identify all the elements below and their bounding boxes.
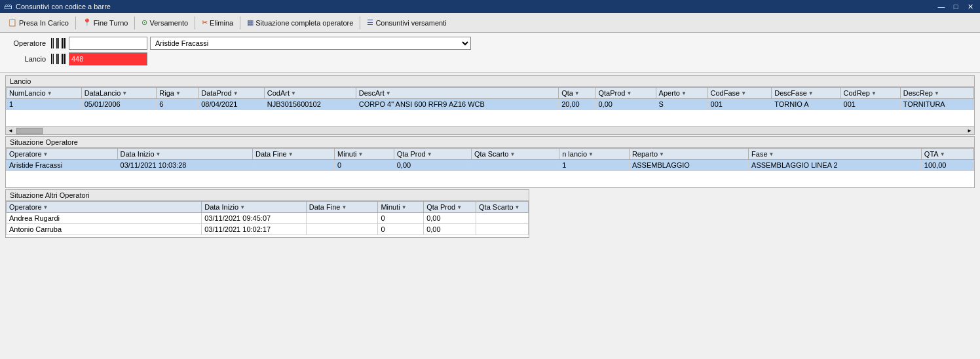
altri-operatori-section: Situazione Altri Operatori Operatore▼ Da… [5, 189, 529, 238]
scroll-thumb[interactable] [16, 128, 43, 134]
separator-1 [75, 16, 76, 29]
scroll-right-arrow[interactable]: ► [965, 128, 974, 134]
list-icon: ☰ [367, 18, 373, 27]
situazione-grid-wrap[interactable]: Operatore▼ Data Inizio▼ Data Fine▼ Minut… [6, 148, 974, 187]
scroll-left-arrow[interactable]: ◄ [6, 128, 15, 134]
lancio-input[interactable] [69, 52, 147, 66]
altri-grid: Operatore▼ Data Inizio▼ Data Fine▼ Minut… [6, 201, 529, 235]
close-button[interactable]: ✕ [964, 3, 976, 11]
toolbar: 📋 Presa In Carico 📍 Fine Turno ⊙ Versame… [0, 13, 980, 33]
title-bar: 🗃 Consuntivi con codice a barre — □ ✕ [0, 0, 980, 13]
clipboard-icon: 📋 [8, 18, 17, 27]
s-col-reparto[interactable]: Reparto▼ [629, 149, 748, 160]
coin-icon: ⊙ [141, 18, 147, 27]
s-col-fase[interactable]: Fase▼ [749, 149, 922, 160]
situazione-header-row: Operatore▼ Data Inizio▼ Data Fine▼ Minut… [7, 149, 974, 160]
lancio-label: Lancio [7, 55, 46, 63]
title-bar-controls: — □ ✕ [935, 3, 976, 11]
consuntivi-versamenti-button[interactable]: ☰ Consuntivi versamenti [363, 17, 450, 28]
situazione-completa-label: Situazione completa operatore [255, 19, 353, 27]
window-title: Consuntivi con codice a barre [16, 3, 111, 10]
presa-in-carico-button[interactable]: 📋 Presa In Carico [4, 17, 73, 28]
operatore-barcode-icon [51, 38, 66, 48]
col-dataprod[interactable]: DataProd▼ [198, 88, 265, 99]
situazione-grid: Operatore▼ Data Inizio▼ Data Fine▼ Minut… [6, 148, 974, 171]
col-descfase[interactable]: DescFase▼ [772, 88, 840, 99]
situazione-completa-button[interactable]: ▦ Situazione completa operatore [243, 17, 357, 28]
table-row[interactable]: Andrea Rugardi03/11/2021 09:45:0700,00 [7, 213, 529, 224]
altri-grid-wrap[interactable]: Operatore▼ Data Inizio▼ Data Fine▼ Minut… [6, 201, 529, 237]
minimize-button[interactable]: — [935, 3, 947, 11]
s-col-data-inizio[interactable]: Data Inizio▼ [117, 149, 252, 160]
form-area: Operatore Aristide Fracassi Andrea Rugar… [0, 33, 980, 73]
col-descrep[interactable]: DescRep▼ [900, 88, 973, 99]
a-col-minuti[interactable]: Minuti▼ [378, 202, 424, 213]
separator-4 [240, 16, 240, 29]
operatore-row: Operatore Aristide Fracassi Andrea Rugar… [7, 37, 973, 50]
lancio-section-title: Lancio [6, 76, 974, 87]
presa-in-carico-label: Presa In Carico [19, 19, 69, 27]
elimina-label: Elimina [210, 19, 233, 27]
a-col-qtascarto[interactable]: Qta Scarto▼ [476, 202, 529, 213]
operatore-input[interactable] [69, 37, 147, 50]
lancio-grid: NumLancio▼ DataLancio▼ Riga▼ DataProd▼ C… [6, 87, 974, 110]
s-col-qtascarto[interactable]: Qta Scarto▼ [471, 149, 559, 160]
lancio-barcode-icon [51, 54, 66, 64]
s-col-nlancio[interactable]: n lancio▼ [559, 149, 630, 160]
table-icon: ▦ [247, 18, 254, 27]
s-col-operatore[interactable]: Operatore▼ [7, 149, 118, 160]
col-qtaprod[interactable]: QtaProd▼ [595, 88, 656, 99]
title-bar-left: 🗃 Consuntivi con codice a barre [4, 2, 111, 11]
col-riga[interactable]: Riga▼ [157, 88, 198, 99]
altri-section-title: Situazione Altri Operatori [6, 190, 529, 201]
a-col-operatore[interactable]: Operatore▼ [7, 202, 202, 213]
s-col-data-fine[interactable]: Data Fine▼ [252, 149, 334, 160]
col-aperto[interactable]: Aperto▼ [656, 88, 707, 99]
col-codfase[interactable]: CodFase▼ [707, 88, 772, 99]
table-row[interactable]: Antonio Carruba03/11/2021 10:02:1700,00 [7, 224, 529, 235]
s-col-qta[interactable]: QTA▼ [921, 149, 973, 160]
clock-icon: 📍 [83, 18, 92, 27]
app-icon: 🗃 [4, 2, 12, 11]
a-col-data-fine[interactable]: Data Fine▼ [306, 202, 378, 213]
s-col-minuti[interactable]: Minuti▼ [335, 149, 394, 160]
versamento-button[interactable]: ⊙ Versamento [138, 17, 192, 28]
situazione-section-title: Situazione Operatore [6, 137, 974, 148]
lancio-header-row: NumLancio▼ DataLancio▼ Riga▼ DataProd▼ C… [7, 88, 974, 99]
col-datalancio[interactable]: DataLancio▼ [81, 88, 157, 99]
separator-5 [360, 16, 360, 29]
col-descart[interactable]: DescArt▼ [356, 88, 558, 99]
elimina-button[interactable]: ✂ Elimina [198, 17, 237, 28]
consuntivi-versamenti-label: Consuntivi versamenti [375, 19, 446, 27]
operatore-select[interactable]: Aristide Fracassi Andrea Rugardi Antonio… [150, 37, 471, 50]
col-codart[interactable]: CodArt▼ [264, 88, 356, 99]
table-row[interactable]: Aristide Fracassi03/11/2021 10:03:2800,0… [7, 160, 974, 171]
altri-header-row: Operatore▼ Data Inizio▼ Data Fine▼ Minut… [7, 202, 529, 213]
col-qta[interactable]: Qta▼ [559, 88, 595, 99]
a-col-qtaprod[interactable]: Qta Prod▼ [424, 202, 476, 213]
table-row[interactable]: 105/01/2006608/04/2021NJB3015600102CORPO… [7, 99, 974, 110]
separator-3 [195, 16, 195, 29]
operatore-label: Operatore [7, 39, 46, 47]
maximize-button[interactable]: □ [950, 3, 962, 11]
lancio-row: Lancio [7, 52, 973, 66]
fine-turno-button[interactable]: 📍 Fine Turno [79, 17, 132, 28]
col-codrep[interactable]: CodRep▼ [840, 88, 900, 99]
lancio-scrollbar[interactable]: ◄ ► [6, 126, 974, 134]
versamento-label: Versamento [149, 19, 188, 27]
delete-icon: ✂ [202, 18, 208, 27]
lancio-section: Lancio NumLancio▼ DataLancio▼ Riga▼ Data… [5, 75, 975, 135]
lancio-grid-wrap[interactable]: NumLancio▼ DataLancio▼ Riga▼ DataProd▼ C… [6, 87, 974, 126]
col-numlancio[interactable]: NumLancio▼ [7, 88, 82, 99]
s-col-qtaprod[interactable]: Qta Prod▼ [394, 149, 471, 160]
situazione-operatore-section: Situazione Operatore Operatore▼ Data Ini… [5, 136, 975, 188]
a-col-data-inizio[interactable]: Data Inizio▼ [202, 202, 307, 213]
fine-turno-label: Fine Turno [94, 19, 128, 27]
separator-2 [134, 16, 135, 29]
